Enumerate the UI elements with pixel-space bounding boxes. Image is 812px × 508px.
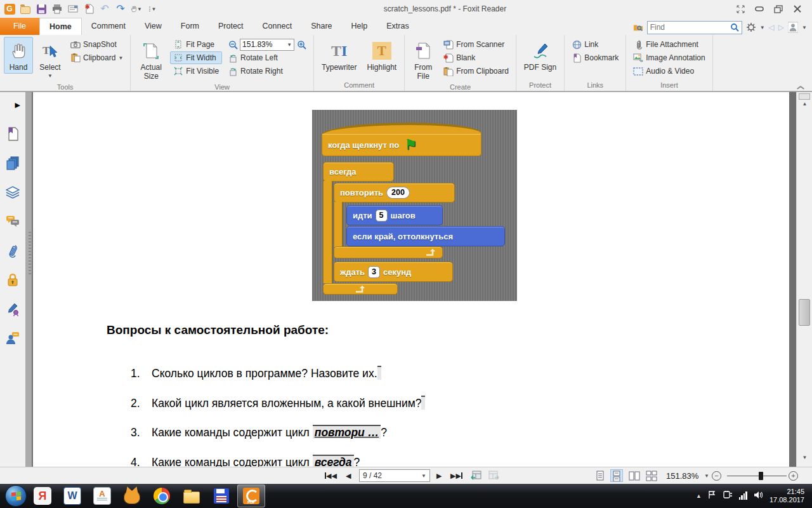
- signature-panel-icon[interactable]: [5, 302, 20, 317]
- zoom-level-combobox[interactable]: 151.83%▼: [240, 39, 294, 51]
- status-zoom-out-button[interactable]: −: [712, 469, 721, 482]
- pages-panel-icon[interactable]: [5, 156, 20, 171]
- user-avatar[interactable]: [788, 22, 798, 32]
- tab-extras[interactable]: Extras: [377, 18, 418, 35]
- comments-panel-icon[interactable]: [5, 214, 20, 229]
- facing-view-button[interactable]: [628, 469, 641, 482]
- print-icon[interactable]: [51, 3, 63, 15]
- previous-view-button[interactable]: [471, 469, 481, 482]
- action-center-flag-icon[interactable]: [708, 490, 717, 502]
- highlight-button[interactable]: T Highlight: [363, 37, 400, 74]
- tab-view[interactable]: View: [135, 18, 171, 35]
- restore-button[interactable]: [770, 3, 787, 15]
- minimize-button[interactable]: [751, 3, 768, 15]
- scroll-up-arrow-icon[interactable]: ▲: [797, 101, 812, 111]
- last-page-button[interactable]: ▶▶: [450, 469, 462, 482]
- power-plug-icon[interactable]: [723, 490, 733, 502]
- fit-width-button[interactable]: Fit Width: [170, 51, 222, 64]
- search-icon[interactable]: [730, 23, 739, 32]
- from-file-button[interactable]: From File: [409, 37, 438, 83]
- fit-page-button[interactable]: Fit Page: [170, 38, 222, 51]
- fullscreen-button[interactable]: [732, 3, 749, 15]
- redo-icon[interactable]: ↷: [115, 3, 126, 15]
- page-number-combobox[interactable]: 9 / 42▼: [359, 469, 430, 482]
- scrollbar-thumb[interactable]: [799, 299, 810, 326]
- fit-visible-button[interactable]: Fit Visible: [170, 65, 222, 77]
- blank-button[interactable]: ✱ Blank: [440, 51, 512, 64]
- zoom-out-icon[interactable]: [228, 39, 238, 50]
- taskbar-yandex-browser[interactable]: Я: [29, 485, 56, 507]
- actual-size-button[interactable]: Actual Size: [134, 37, 167, 83]
- tab-protect[interactable]: Protect: [209, 18, 253, 35]
- taskbar-clock[interactable]: 21:45 17.08.2017: [769, 488, 804, 504]
- start-button[interactable]: [5, 485, 27, 507]
- pdf-sign-button[interactable]: PDF Sign: [520, 37, 560, 74]
- taskbar-foxit-reader-active[interactable]: PDF: [237, 485, 265, 507]
- image-annotation-button[interactable]: Image Annotation: [630, 51, 708, 64]
- tab-comment[interactable]: Comment: [82, 18, 135, 35]
- tab-share[interactable]: Share: [301, 18, 341, 35]
- panel-splitter[interactable]: [25, 92, 33, 467]
- tab-home[interactable]: Home: [39, 18, 82, 35]
- layers-panel-icon[interactable]: [5, 185, 20, 200]
- search-folder-icon[interactable]: [633, 22, 643, 32]
- status-zoom-dropdown[interactable]: ▼: [704, 469, 709, 482]
- snapshot-button[interactable]: SnapShot: [67, 38, 126, 51]
- next-view-button[interactable]: [488, 469, 499, 482]
- user-dropdown[interactable]: ▼: [802, 25, 807, 30]
- from-scanner-button[interactable]: From Scanner: [440, 38, 512, 51]
- first-page-button[interactable]: ◀◀: [325, 469, 337, 482]
- volume-icon[interactable]: [754, 490, 763, 502]
- continuous-facing-view-button[interactable]: [645, 469, 658, 482]
- bookmarks-panel-icon[interactable]: [5, 126, 20, 142]
- network-signal-icon[interactable]: [739, 492, 747, 500]
- tab-file[interactable]: File: [0, 18, 39, 35]
- show-hidden-icons-arrow[interactable]: ▲: [696, 493, 702, 499]
- new-document-icon[interactable]: ✱: [83, 3, 95, 15]
- undo-icon[interactable]: ↶: [99, 3, 110, 15]
- scroll-down-arrow-icon[interactable]: ▼: [797, 455, 812, 465]
- typewriter-comments-panel-icon[interactable]: [5, 331, 20, 346]
- file-attachment-button[interactable]: File Attachment: [630, 38, 708, 51]
- taskbar-explorer[interactable]: [178, 485, 206, 507]
- splitter-grip[interactable]: [29, 232, 31, 276]
- taskbar-text-document[interactable]: A: [88, 485, 116, 507]
- attachments-panel-icon[interactable]: [5, 243, 20, 258]
- taskbar-chrome[interactable]: [148, 485, 176, 507]
- taskbar-floppy-app[interactable]: [207, 485, 235, 507]
- find-options-gear-icon[interactable]: [746, 22, 756, 32]
- zoom-in-icon[interactable]: [296, 39, 306, 50]
- taskbar-word[interactable]: W: [58, 485, 86, 507]
- vertical-scrollbar[interactable]: ▲ ▼: [796, 92, 812, 467]
- hand-button[interactable]: Hand: [4, 37, 33, 74]
- close-button[interactable]: [789, 3, 806, 15]
- single-page-view-button[interactable]: [594, 469, 606, 482]
- from-clipboard-button[interactable]: From Clipboard: [440, 65, 512, 77]
- rotate-left-button[interactable]: Rotate Left: [225, 51, 310, 64]
- status-zoom-value[interactable]: 151.83%: [666, 469, 698, 482]
- save-icon[interactable]: [36, 3, 47, 15]
- continuous-view-button[interactable]: [610, 469, 623, 482]
- email-document-icon[interactable]: [67, 3, 79, 15]
- find-input[interactable]: [650, 23, 730, 32]
- find-next-icon[interactable]: ▷: [778, 23, 784, 32]
- open-file-icon[interactable]: [20, 3, 31, 15]
- hand-tool-quick-icon[interactable]: ▼: [131, 3, 142, 15]
- audio-video-button[interactable]: Audio & Video: [630, 65, 708, 77]
- clipboard-button[interactable]: Clipboard ▼: [67, 51, 126, 64]
- status-zoom-in-button[interactable]: +: [789, 469, 798, 482]
- expand-panel-arrow-icon[interactable]: ▶: [5, 97, 20, 112]
- previous-page-button[interactable]: ◀: [346, 469, 351, 482]
- rotate-right-button[interactable]: Rotate Right: [225, 65, 310, 77]
- collapse-ribbon-chevron-icon[interactable]: [797, 84, 803, 88]
- typewriter-button[interactable]: TI Typewriter: [318, 37, 360, 74]
- taskbar-scratch[interactable]: [118, 485, 146, 507]
- select-button[interactable]: T Select ▼: [36, 37, 65, 83]
- zoom-slider-track[interactable]: [727, 476, 787, 476]
- customize-toolbar-icon[interactable]: ᎒▼: [147, 3, 158, 15]
- find-previous-icon[interactable]: ◁: [769, 23, 775, 32]
- bookmark-button[interactable]: Bookmark: [568, 51, 622, 64]
- foxit-logo-icon[interactable]: G: [4, 3, 15, 15]
- zoom-slider-thumb[interactable]: [759, 472, 763, 480]
- tab-form[interactable]: Form: [171, 18, 209, 35]
